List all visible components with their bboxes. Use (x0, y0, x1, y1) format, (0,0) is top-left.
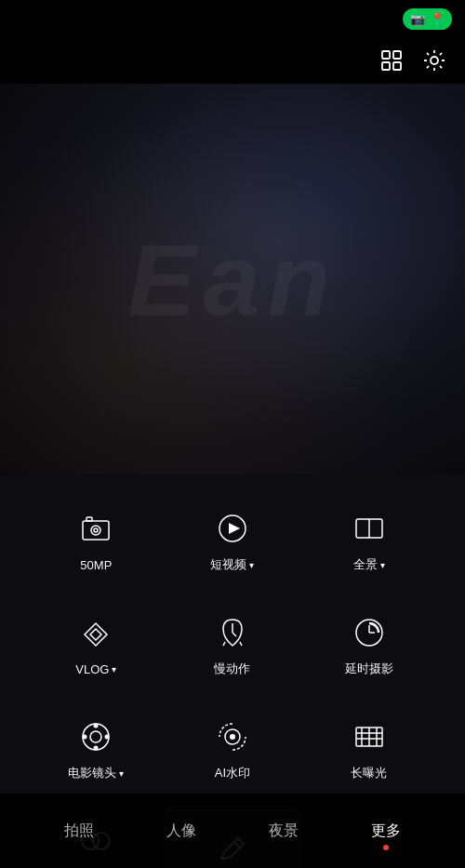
bottom-nav: 拍照 人像 夜景 更多 (0, 794, 465, 868)
nav-portrait-label: 人像 (166, 821, 196, 841)
mode-slow-motion[interactable]: 慢动作 (165, 597, 301, 692)
mode-movie-lens[interactable]: 电影镜头 ▾ (28, 701, 165, 796)
short-video-label: 短视频 ▾ (210, 556, 254, 573)
svg-point-6 (91, 526, 100, 535)
panorama-icon (349, 508, 390, 549)
mode-50mp[interactable]: 50MP (28, 493, 165, 588)
settings-icon[interactable] (422, 48, 446, 73)
svg-line-15 (223, 642, 225, 646)
50mp-icon (75, 510, 116, 551)
nav-portrait[interactable]: 人像 (152, 814, 211, 848)
ai-watermark-icon (212, 716, 253, 757)
camera-status-icon: 📷 (410, 12, 425, 26)
long-exposure-icon (349, 716, 390, 757)
nav-night-label: 夜景 (269, 821, 299, 841)
movie-lens-label: 电影镜头 ▾ (68, 765, 124, 781)
svg-rect-8 (86, 517, 92, 521)
svg-rect-1 (393, 51, 401, 59)
timelapse-icon (349, 612, 390, 653)
long-exposure-label: 长曝光 (351, 765, 387, 781)
svg-marker-10 (229, 523, 240, 534)
svg-point-24 (83, 735, 87, 740)
mode-panorama[interactable]: 全景 ▾ (300, 493, 437, 588)
slow-motion-icon (212, 612, 253, 653)
svg-point-22 (94, 724, 99, 728)
nav-more[interactable]: 更多 (356, 814, 416, 848)
mode-timelapse[interactable]: 延时摄影 (300, 597, 437, 692)
location-status-icon: 📍 (430, 12, 445, 26)
timelapse-label: 延时摄影 (345, 661, 393, 677)
vlog-label: VLOG ▾ (75, 662, 116, 676)
svg-line-16 (240, 642, 242, 646)
short-video-icon (212, 508, 253, 549)
vlog-icon (75, 614, 116, 655)
slow-motion-label: 慢动作 (214, 661, 250, 677)
mode-long-exposure[interactable]: 长曝光 (300, 701, 437, 796)
svg-line-14 (232, 633, 236, 636)
top-toolbar (0, 37, 465, 84)
svg-rect-5 (83, 521, 109, 540)
svg-point-7 (94, 528, 98, 532)
mode-ai-watermark[interactable]: AI水印 (165, 701, 301, 796)
50mp-label: 50MP (80, 558, 112, 572)
svg-point-21 (90, 731, 101, 742)
nav-photo-label: 拍照 (64, 821, 94, 841)
nav-photo[interactable]: 拍照 (49, 814, 109, 848)
svg-point-27 (230, 734, 235, 740)
ai-watermark-label: AI水印 (215, 765, 250, 781)
panorama-label: 全景 ▾ (353, 556, 385, 573)
mode-vlog[interactable]: VLOG ▾ (28, 597, 165, 692)
nav-more-label: 更多 (371, 821, 401, 841)
nav-night[interactable]: 夜景 (254, 814, 313, 848)
ean-watermark: Ean (127, 220, 338, 339)
status-badge: 📷 📍 (403, 8, 452, 30)
movie-lens-icon (75, 716, 116, 757)
grid-view-icon[interactable] (379, 48, 404, 73)
svg-rect-2 (382, 62, 390, 70)
active-nav-dot (383, 845, 389, 850)
status-bar: 📷 📍 (0, 0, 465, 37)
viewfinder[interactable]: Ean (0, 84, 465, 474)
svg-point-25 (105, 735, 110, 740)
mode-short-video[interactable]: 短视频 ▾ (165, 493, 301, 588)
svg-rect-0 (382, 51, 390, 59)
svg-point-4 (431, 57, 438, 64)
svg-point-23 (94, 746, 99, 751)
svg-rect-3 (393, 62, 401, 70)
